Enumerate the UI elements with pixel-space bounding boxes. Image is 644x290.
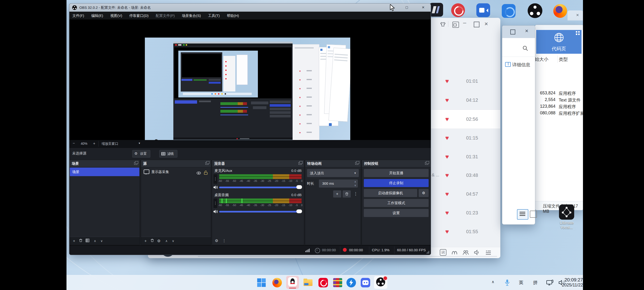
taskbar-obs-active[interactable]	[374, 276, 387, 289]
trash-icon[interactable]	[150, 238, 155, 244]
volume-icon[interactable]	[474, 249, 481, 256]
trash-icon[interactable]	[78, 238, 83, 244]
menu-file[interactable]: 文件(F)	[69, 12, 87, 20]
controls-header[interactable]: 控制按钮	[362, 160, 430, 167]
add-transition-button[interactable]: +	[333, 190, 341, 197]
column-header-type[interactable]: 类型	[559, 56, 568, 63]
taskbar-winrar-icon[interactable]	[332, 277, 343, 288]
channel-menu-icon[interactable]: ⋮	[214, 198, 217, 208]
microphone-icon[interactable]	[504, 279, 510, 287]
close-icon[interactable]: ×	[576, 12, 579, 18]
lyrics-icon[interactable]: 词	[440, 249, 446, 256]
ime-mode-indicator[interactable]: 拼	[533, 279, 538, 286]
taskbar-qq-active[interactable]	[286, 276, 299, 289]
menu-help[interactable]: 帮助(H)	[224, 12, 242, 20]
move-down-icon[interactable]: ∨	[170, 238, 176, 244]
virtual-camera-button[interactable]: 启动虚拟摄像机	[364, 189, 417, 197]
tray-expand-icon[interactable]: ∧	[492, 279, 494, 284]
taskbar-firefox-icon[interactable]	[272, 277, 282, 288]
start-streaming-button[interactable]: 开始直播	[364, 169, 428, 177]
gear-icon[interactable]: ⚙	[214, 238, 219, 243]
virtual-camera-config-button[interactable]: ⚙	[419, 189, 428, 197]
video-editor-icon[interactable]	[429, 3, 443, 17]
close-button[interactable]: ×	[418, 4, 428, 12]
volume-slider[interactable]	[219, 187, 302, 188]
filters-button[interactable]: 滤镜	[159, 150, 178, 158]
obs-titlebar[interactable]: OBS 32.0.2 - 配置文件: 未命名 - 场景: 未命名 – ▢ ×	[69, 4, 431, 12]
eye-icon[interactable]	[196, 170, 201, 178]
popout-icon[interactable]	[355, 162, 358, 165]
browser-icon[interactable]	[502, 4, 516, 18]
add-icon[interactable]: +	[72, 238, 77, 244]
scenes-header[interactable]: 场景	[70, 160, 140, 167]
theme-skin-icon[interactable]	[440, 21, 446, 27]
volume-slider-handle[interactable]	[296, 185, 302, 189]
scene-item-selected[interactable]: 场景	[70, 168, 140, 176]
properties-button[interactable]: ⚙设置	[132, 150, 150, 158]
remove-transition-button[interactable]	[343, 190, 351, 197]
like-heart-icon[interactable]: ♥	[445, 154, 449, 160]
list-view-toggle[interactable]	[517, 209, 528, 220]
transition-props-icon[interactable]: ⋮	[354, 191, 358, 196]
mixer-header[interactable]: 混音器	[212, 160, 304, 167]
settings-button[interactable]: 设置	[364, 209, 428, 217]
chevron-down-icon[interactable]: ▼	[138, 142, 140, 145]
sources-header[interactable]: 源	[141, 160, 211, 167]
minimize-button[interactable]: –	[463, 19, 466, 26]
menu-docks[interactable]: 停靠窗口(D)	[126, 12, 152, 20]
duration-input[interactable]: 300 ms∧∨	[319, 179, 358, 188]
codepage-tile[interactable]: 代码页	[536, 30, 582, 54]
popout-icon[interactable]	[425, 162, 428, 165]
playlist-icon[interactable]	[485, 249, 492, 256]
maximize-button[interactable]	[474, 22, 480, 27]
input-lang-indicator[interactable]: 英	[519, 279, 523, 286]
resize-grip[interactable]	[426, 251, 429, 254]
like-heart-icon[interactable]: ♥	[445, 172, 449, 178]
taskbar-thunder-icon[interactable]	[346, 277, 356, 288]
maximize-button[interactable]	[510, 30, 515, 35]
filter-icon[interactable]	[85, 238, 90, 244]
netease-music-icon[interactable]	[451, 3, 465, 17]
like-heart-icon[interactable]: ♥	[445, 191, 449, 197]
like-heart-icon[interactable]: ♥	[445, 228, 449, 235]
menu-profile[interactable]: 配置文件(P)	[153, 12, 178, 20]
maximize-button[interactable]: ▢	[401, 4, 412, 12]
gear-icon[interactable]: ⚙	[156, 238, 162, 244]
like-heart-icon[interactable]: ♥	[445, 210, 449, 216]
like-heart-icon[interactable]: ♥	[445, 135, 449, 141]
menu-scene-collection[interactable]: 场景集合(S)	[179, 12, 204, 20]
ultimate-vocal-shortcut[interactable]: Ultimate Vocal...	[555, 204, 578, 231]
lock-icon[interactable]	[204, 169, 208, 178]
like-heart-icon[interactable]: ♥	[445, 116, 449, 122]
thumbnail-view-toggle[interactable]	[530, 211, 537, 218]
search-icon[interactable]	[522, 45, 528, 52]
studio-mode-button[interactable]: 工作室模式	[364, 199, 428, 207]
popout-icon[interactable]	[206, 162, 208, 165]
close-button[interactable]: ×	[484, 20, 488, 28]
stop-recording-button[interactable]: 停止录制	[364, 179, 428, 187]
menu-view[interactable]: 视图(V)	[107, 12, 126, 20]
firefox-icon[interactable]	[553, 4, 567, 18]
menu-tools[interactable]: 工具(T)	[205, 12, 223, 20]
volume-slider-handle[interactable]	[296, 209, 302, 213]
like-heart-icon[interactable]: ♥	[445, 78, 449, 84]
close-button[interactable]: ×	[525, 28, 528, 34]
move-down-icon[interactable]: ∨	[99, 238, 104, 244]
zoom-out-button[interactable]: −	[73, 141, 75, 145]
spinner-arrows[interactable]: ∧∨	[354, 180, 357, 187]
tray-clock[interactable]: 20:09:27 2025/11/22	[554, 277, 583, 288]
obs-preview-canvas[interactable]: ♥ ♥ ♥ ♥ ♥ ♥ ♥ ♥	[69, 20, 431, 140]
more-icon[interactable]: ⋮	[222, 238, 227, 243]
obs-desktop-icon[interactable]	[528, 3, 542, 18]
popout-icon[interactable]	[298, 162, 302, 165]
speaker-icon[interactable]	[213, 185, 218, 191]
source-item[interactable]: 显示器采集	[141, 168, 211, 176]
start-button[interactable]	[256, 277, 267, 288]
move-up-icon[interactable]: ∧	[92, 238, 98, 244]
fit-to-window-label[interactable]: 缩放至窗口	[102, 142, 118, 146]
detail-info-item[interactable]: 详细信息	[505, 61, 534, 69]
display-device-icon[interactable]	[546, 279, 554, 287]
tencent-meeting-icon[interactable]	[476, 3, 490, 17]
mini-mode-icon[interactable]	[452, 22, 459, 28]
like-heart-icon[interactable]: ♥	[445, 97, 449, 103]
